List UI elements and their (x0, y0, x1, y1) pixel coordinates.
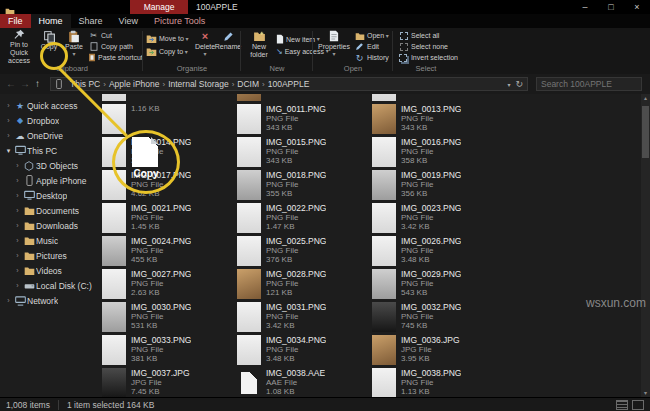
file-item[interactable]: 362 KB (237, 94, 372, 103)
paste-button[interactable]: Paste ▾ (62, 29, 86, 65)
copy-to-button[interactable]: Copy to ▾ (146, 45, 192, 58)
history-button[interactable]: ↻ History (354, 52, 392, 63)
tab-home[interactable]: Home (31, 14, 71, 28)
sidebar-item-desktop[interactable]: ›Desktop (0, 188, 100, 203)
file-item[interactable]: IMG_0038.AAEAAE File1.08 KB (237, 367, 372, 397)
paste-shortcut-button[interactable]: Paste shortcut (88, 52, 142, 63)
file-item[interactable]: IMG_0033.PNGPNG File381 KB (102, 334, 237, 367)
sidebar-item-dropbox[interactable]: ›◆Dropbox (0, 113, 100, 128)
file-item[interactable]: IMG_0036.JPGJPG File3.95 KB (372, 334, 507, 367)
thumbnails-view-icon[interactable] (632, 400, 644, 410)
file-item[interactable]: 381 KB (102, 94, 237, 103)
address-dropdown-chevron-icon[interactable]: ▾ (507, 81, 510, 88)
move-to-button[interactable]: Move to ▾ (146, 32, 192, 45)
sidebar-item-downloads[interactable]: ›Downloads (0, 218, 100, 233)
sidebar-item-local-disk-c[interactable]: ›Local Disk (C:) (0, 278, 100, 293)
file-item[interactable]: IMG_0028.PNGPNG File121 KB (237, 268, 372, 301)
file-item[interactable]: IMG_0013.PNGPNG File343 KB (372, 103, 507, 136)
breadcrumb-item[interactable]: Internal Storage (165, 79, 231, 89)
expand-chevron-icon[interactable]: › (13, 252, 22, 259)
maximize-button[interactable]: □ (598, 0, 624, 14)
expand-chevron-icon[interactable]: › (13, 192, 22, 199)
file-item[interactable]: IMG_0030.PNGPNG File531 KB (102, 301, 237, 334)
expand-chevron-icon[interactable]: › (13, 162, 22, 169)
sidebar-item-apple-iphone[interactable]: ›Apple iPhone (0, 173, 100, 188)
expand-chevron-icon[interactable]: › (13, 282, 22, 289)
select-none-button[interactable]: Select none (398, 41, 458, 52)
file-item[interactable]: IMG_0034.PNGPNG File3.48 KB (237, 334, 372, 367)
file-item[interactable]: IMG_0027.PNGPNG File2.63 KB (102, 268, 237, 301)
cut-button[interactable]: ✂ Cut (88, 30, 142, 41)
sidebar-item-videos[interactable]: ›Videos (0, 263, 100, 278)
rename-button[interactable]: Rename (217, 29, 239, 65)
file-item[interactable]: IMG_0018.PNGPNG File355 KB (237, 169, 372, 202)
invert-selection-button[interactable]: Invert selection (398, 52, 458, 63)
file-item[interactable]: IMG_0038.PNGPNG File1.13 KB (372, 367, 507, 397)
copy-path-button[interactable]: Copy path (88, 41, 142, 52)
file-item[interactable]: IMG_0021.PNGPNG File1.45 KB (102, 202, 237, 235)
select-all-button[interactable]: Select all (398, 30, 458, 41)
sidebar-item-quick-access[interactable]: ›★Quick access (0, 98, 100, 113)
expand-chevron-icon[interactable]: › (13, 237, 22, 244)
search-input[interactable] (537, 78, 650, 90)
scrollbar-thumb[interactable] (642, 106, 649, 158)
delete-button[interactable]: × Delete ▾ (194, 29, 216, 65)
expand-chevron-icon[interactable]: › (13, 207, 22, 214)
open-button[interactable]: Open ▾ (354, 30, 392, 41)
file-item[interactable]: IMG_0011.PNGPNG File343 KB (237, 103, 372, 136)
file-item[interactable]: IMG_0026.PNGPNG File3.48 KB (372, 235, 507, 268)
expand-chevron-icon[interactable]: › (13, 267, 22, 274)
sidebar-item-onedrive[interactable]: ›☁OneDrive (0, 128, 100, 143)
tab-share[interactable]: Share (71, 14, 111, 28)
file-item[interactable]: IMG_0023.PNGPNG File3.42 KB (372, 202, 507, 235)
vertical-scrollbar[interactable]: ▴ ▾ (641, 94, 650, 397)
file-item[interactable]: IMG_0037.JPGJPG File7.45 KB (102, 367, 237, 397)
expand-chevron-icon[interactable]: › (4, 297, 13, 304)
scroll-down-icon[interactable]: ▾ (641, 389, 650, 397)
sidebar-item-3d-objects[interactable]: ›3D Objects (0, 158, 100, 173)
forward-icon[interactable]: → (20, 78, 30, 90)
file-item[interactable]: IMG_0031.PNGPNG File3.42 KB (237, 301, 372, 334)
breadcrumb-item[interactable]: This PC (67, 79, 103, 89)
close-button[interactable]: × (624, 0, 650, 14)
file-item[interactable]: IMG_0022.PNGPNG File1.47 KB (237, 202, 372, 235)
sidebar-item-this-pc[interactable]: ▾This PC (0, 143, 100, 158)
expand-chevron-icon[interactable]: › (4, 102, 13, 109)
file-item[interactable]: IMG_0016.PNGPNG File358 KB (372, 136, 507, 169)
breadcrumb-item[interactable]: DCIM (234, 79, 262, 89)
file-item[interactable]: IMG_0014.PNGPNG File343 KB (102, 136, 237, 169)
pin-to-quick-access-button[interactable]: Pin to Quick access (2, 29, 36, 65)
breadcrumb-item[interactable]: 100APPLE (265, 79, 313, 89)
file-item[interactable]: IMG_0025.PNGPNG File376 KB (237, 235, 372, 268)
file-item[interactable]: 562 KB (372, 94, 507, 103)
expand-chevron-icon[interactable]: ▾ (4, 147, 13, 155)
tab-picture-tools[interactable]: Picture Tools (146, 14, 213, 28)
file-item[interactable]: IMG_0019.PNGPNG File356 KB (372, 169, 507, 202)
sidebar-item-documents[interactable]: ›Documents (0, 203, 100, 218)
file-item[interactable]: IMG_0032.PNGPNG File745 KB (372, 301, 507, 334)
expand-chevron-icon[interactable]: › (4, 132, 13, 139)
sidebar-item-pictures[interactable]: ›Pictures (0, 248, 100, 263)
file-item[interactable]: IMG_0017.PNGPNG File4.62 KB (102, 169, 237, 202)
file-item[interactable]: IMG_0029.PNGPNG File543 KB (372, 268, 507, 301)
sidebar-item-network[interactable]: ›Network (0, 293, 100, 308)
breadcrumb[interactable]: This PC›Apple iPhone›Internal Storage›DC… (50, 77, 528, 91)
details-view-icon[interactable] (616, 400, 628, 410)
tab-view[interactable]: View (111, 14, 146, 28)
expand-chevron-icon[interactable]: › (13, 177, 22, 184)
new-folder-button[interactable]: New folder (244, 29, 274, 65)
breadcrumb-item[interactable]: Apple iPhone (106, 79, 163, 89)
minimize-button[interactable]: – (572, 0, 598, 14)
scroll-up-icon[interactable]: ▴ (641, 94, 650, 102)
copy-button[interactable]: Copy (38, 29, 60, 65)
expand-chevron-icon[interactable]: › (4, 117, 13, 124)
expand-chevron-icon[interactable]: › (13, 222, 22, 229)
back-icon[interactable]: ← (6, 78, 16, 90)
properties-button[interactable]: Properties ▾ (316, 29, 352, 65)
file-item[interactable]: 1.16 KB (102, 103, 237, 136)
new-item-button[interactable]: New item ▾ (276, 33, 312, 45)
easy-access-button[interactable]: ↘ Easy access ▾ (276, 45, 312, 57)
file-item[interactable]: IMG_0015.PNGPNG File343 KB (237, 136, 372, 169)
refresh-icon[interactable]: ↻ (515, 79, 523, 89)
file-item[interactable]: IMG_0024.PNGPNG File455 KB (102, 235, 237, 268)
